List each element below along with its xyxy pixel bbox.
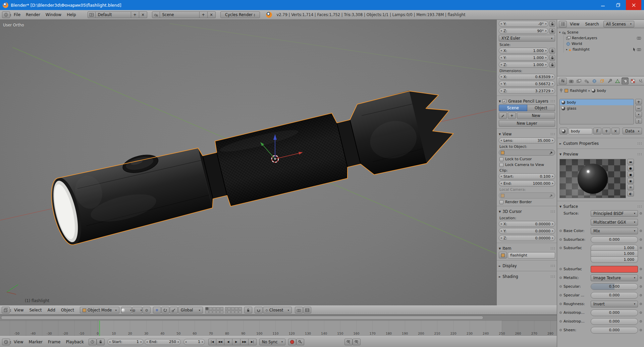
scene-browse-icon[interactable] xyxy=(152,11,160,18)
lock-rotation-z-button[interactable] xyxy=(549,28,555,34)
lock-to-cursor-row[interactable]: Lock to Cursor xyxy=(499,157,555,161)
layout-browse-icon[interactable] xyxy=(88,11,96,18)
preview-sphere-button[interactable]: ● xyxy=(627,165,634,171)
eyedropper-icon[interactable] xyxy=(549,194,553,197)
preview-world-button[interactable]: ◐ xyxy=(627,191,634,196)
viewport-shading-dropdown[interactable]: ▾ xyxy=(121,307,132,313)
editor-type-info-button[interactable] xyxy=(2,11,10,18)
outliner-filter-dropdown[interactable]: All Scenes▾ xyxy=(603,21,634,27)
node-socket-icon[interactable] xyxy=(640,294,642,296)
dimension-x-field[interactable]: ◂X:0.63509▸ xyxy=(499,74,555,80)
minimize-button[interactable] xyxy=(595,0,610,10)
render-border-row[interactable]: Render Border xyxy=(499,200,555,204)
subsurface-slider[interactable]: 0.000 xyxy=(591,236,638,243)
node-socket-icon[interactable] xyxy=(640,320,642,323)
timeline-scrollbar[interactable] xyxy=(0,315,557,321)
delete-keyframe-button[interactable] xyxy=(353,339,361,345)
timeline-menu-frame[interactable]: Frame xyxy=(45,338,63,346)
lock-object-picker[interactable] xyxy=(499,150,555,156)
layer-cell[interactable] xyxy=(216,307,220,310)
material-name-field[interactable]: body xyxy=(569,128,592,134)
outliner-row-flashlight[interactable]: ▸ ▲ flashlight xyxy=(566,47,643,52)
layer-cell[interactable] xyxy=(213,307,216,310)
cursor-z-field[interactable]: ◂Z:0.00000▸ xyxy=(499,235,555,241)
flashlight-model[interactable] xyxy=(45,82,460,251)
scale-x-field[interactable]: ◂X:1.000▸ xyxy=(499,48,548,54)
editor-type-timeline-button[interactable] xyxy=(2,339,10,345)
snap-target-dropdown[interactable]: ◇Closest▾ xyxy=(263,307,292,313)
preview-panel-header[interactable]: ▼Preview xyxy=(559,151,642,158)
tab-render-layers[interactable] xyxy=(575,77,582,84)
grease-object-tab[interactable]: Object xyxy=(527,105,555,111)
lock-scale-x-button[interactable] xyxy=(549,48,555,54)
tab-scene[interactable] xyxy=(583,77,590,84)
display-panel-header[interactable]: ►Display xyxy=(499,263,555,269)
unlink-material-button[interactable]: × xyxy=(611,128,620,134)
roughness-dropdown[interactable]: Invert▾ xyxy=(591,301,638,307)
fake-user-button[interactable]: F xyxy=(593,128,601,134)
material-slot-body[interactable]: body xyxy=(560,99,634,105)
insert-keyframe-button[interactable] xyxy=(344,339,353,345)
breadcrumb-data[interactable]: body xyxy=(597,89,606,93)
pin-icon[interactable] xyxy=(559,89,563,93)
pivot-align-toggle[interactable]: ⊙ xyxy=(143,307,151,313)
outliner-menu-view[interactable]: View xyxy=(567,20,582,28)
clip-end-field[interactable]: ◂End:1000.000▸ xyxy=(499,180,555,186)
lock-scale-z-button[interactable] xyxy=(549,62,555,68)
input-socket-icon[interactable] xyxy=(559,277,562,279)
input-socket-icon[interactable] xyxy=(559,294,562,296)
specular-tint-slider[interactable]: 0.000 xyxy=(591,292,638,299)
node-socket-icon[interactable] xyxy=(640,268,642,270)
grease-draw-icon-button[interactable] xyxy=(499,112,507,119)
disclosure-icon[interactable]: ▾ xyxy=(559,31,560,34)
node-socket-icon[interactable] xyxy=(640,329,642,331)
view-panel-header[interactable]: ▼View xyxy=(499,131,555,137)
panel-drag-dots-icon[interactable] xyxy=(637,205,642,208)
jump-to-start-button[interactable]: |◀ xyxy=(208,339,216,345)
cursor-y-field[interactable]: ◂Y:0.00000▸ xyxy=(499,228,555,234)
surface-panel-header[interactable]: ▼Surface xyxy=(559,203,642,210)
editor-resize-arrows-icon[interactable]: ▴▾ xyxy=(10,308,11,312)
node-socket-icon[interactable] xyxy=(640,303,642,305)
lock-camera-row[interactable]: Lock Camera to View xyxy=(499,163,555,167)
panel-drag-dots-icon[interactable] xyxy=(637,142,642,145)
add-layout-button[interactable]: + xyxy=(131,11,139,18)
manipulator-scale-toggle[interactable] xyxy=(170,307,178,313)
layer-cell[interactable] xyxy=(231,310,234,313)
render-restrict-icon[interactable] xyxy=(637,37,641,40)
snap-magnet-toggle[interactable] xyxy=(255,307,263,313)
layer-cell[interactable] xyxy=(213,310,216,313)
distribution-dropdown[interactable]: Multiscatter GGX▾ xyxy=(591,219,638,226)
delete-layout-button[interactable]: × xyxy=(139,11,147,18)
input-socket-icon[interactable] xyxy=(559,320,562,323)
tab-particles[interactable] xyxy=(637,77,644,84)
breadcrumb-object[interactable]: flashlight xyxy=(570,89,587,93)
panel-drag-dots-icon[interactable] xyxy=(550,133,555,135)
sheen-slider[interactable]: 0.000 xyxy=(591,327,638,334)
use-preview-range-toggle[interactable] xyxy=(89,339,97,345)
layer-cell[interactable] xyxy=(205,307,209,310)
playhead[interactable] xyxy=(99,321,100,336)
render-engine-dropdown[interactable]: Cycles Render ▴▾ xyxy=(220,11,260,18)
sync-dropdown[interactable]: No Sync▾ xyxy=(259,339,285,345)
lock-time-toggle[interactable] xyxy=(97,339,105,345)
tab-render[interactable] xyxy=(568,77,575,84)
remove-slot-button[interactable]: − xyxy=(635,105,642,111)
menu-window[interactable]: Window xyxy=(43,11,64,19)
input-socket-icon[interactable] xyxy=(559,247,562,249)
grease-scene-tab[interactable]: Scene xyxy=(499,105,527,111)
input-socket-icon[interactable] xyxy=(559,238,562,241)
lock-rotation-y-button[interactable] xyxy=(549,21,555,27)
slot-specials-button[interactable]: ▾ xyxy=(635,112,642,117)
outliner-menu-search[interactable]: Search xyxy=(582,20,601,28)
input-socket-icon[interactable] xyxy=(559,329,562,331)
editor-type-outliner-button[interactable] xyxy=(559,21,567,27)
mode-dropdown[interactable]: Object Mode▾ xyxy=(80,307,119,313)
viewport-menu-view[interactable]: View xyxy=(11,306,26,314)
play-reverse-button[interactable]: ◀ xyxy=(224,339,232,345)
frame-end-field[interactable]: ◂End:250▸ xyxy=(145,339,181,345)
new-layer-button[interactable]: New Layer xyxy=(499,120,555,127)
lock-to-cursor-checkbox[interactable] xyxy=(499,157,503,161)
frame-start-field[interactable]: ◂Start:1▸ xyxy=(107,339,144,345)
node-socket-icon[interactable] xyxy=(640,238,642,241)
